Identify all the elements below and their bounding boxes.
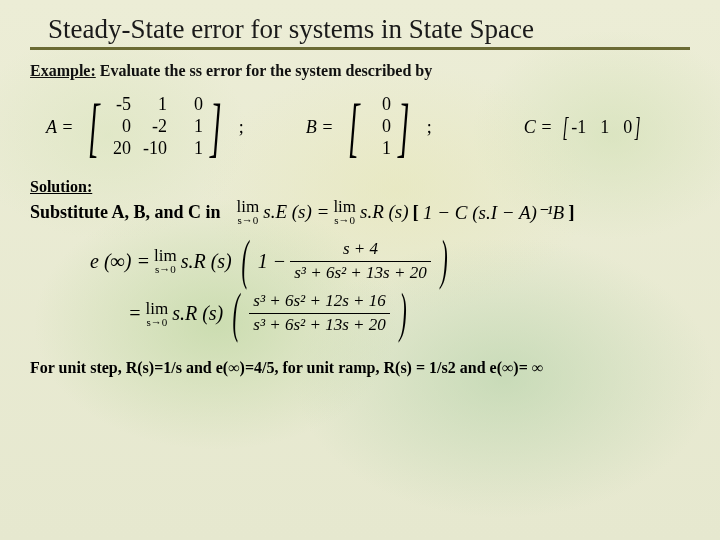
eq-row-1: e (∞) = lim s→0 s.R (s) ( 1 − s + 4 s³ +… <box>90 240 453 282</box>
bracket-right: ] <box>210 101 222 154</box>
lim-sub: s→0 <box>155 264 176 275</box>
rhs-pre: s.R (s) <box>360 201 409 223</box>
solution-label: Solution: <box>30 178 92 195</box>
bracket-right: ] <box>398 101 410 154</box>
A-22: 1 <box>179 138 203 160</box>
big-paren-l: ( <box>241 242 248 280</box>
B-0: 0 <box>367 94 391 116</box>
lim-2: lim s→0 <box>333 198 356 226</box>
B-label: B = <box>306 117 334 138</box>
B-2: 1 <box>367 138 391 160</box>
lim-3: lim s→0 <box>154 247 177 275</box>
eq2-num: s³ + 6s² + 12s + 16 <box>249 292 389 311</box>
main-formula: lim s→0 s.E (s) = lim s→0 s.R (s) [ 1 − … <box>237 198 575 226</box>
inner: 1 − C (s.I − A)⁻¹B <box>423 201 564 224</box>
A-12: 1 <box>179 116 203 138</box>
lim-text: lim <box>333 198 356 215</box>
eq2-pre: s.R (s) <box>172 302 223 325</box>
C-0: -1 <box>571 117 586 138</box>
A-20: 20 <box>107 138 131 160</box>
matrices-row: A = [ -5 1 0 0 -2 1 20 -10 1 ] ; B = [ 0… <box>46 94 690 160</box>
lim-text: lim <box>154 247 177 264</box>
br-open: [ <box>413 201 419 223</box>
final-line: For unit step, R(s)=1/s and e(∞)=4/5, fo… <box>30 359 690 377</box>
example-line: Example: Evaluate the ss error for the s… <box>30 62 690 80</box>
lim-4: lim s→0 <box>146 300 169 328</box>
lim-sub: s→0 <box>238 215 259 226</box>
lim-1: lim s→0 <box>237 198 260 226</box>
lim-sub: s→0 <box>334 215 355 226</box>
lim-sub: s→0 <box>146 317 167 328</box>
matrix-B: [ 0 0 1 ] <box>341 94 416 160</box>
bracket-left: [ <box>348 101 360 154</box>
matrix-C: [ -1 1 0 ] <box>560 111 643 143</box>
eq1-num: s + 4 <box>339 240 382 259</box>
bracket-right: ] <box>635 111 641 143</box>
A-11: -2 <box>143 116 167 138</box>
substitute-text: Substitute A, B, and C in <box>30 202 221 223</box>
title-rule <box>30 47 690 50</box>
A-01: 1 <box>143 94 167 116</box>
eq1-one: 1 − <box>258 250 287 273</box>
big-paren-r: ) <box>440 242 447 280</box>
bracket-left: [ <box>88 101 100 154</box>
slide-title: Steady-State error for systems in State … <box>48 14 690 45</box>
eq1-frac: s + 4 s³ + 6s² + 13s + 20 <box>290 240 430 282</box>
semicolon-2: ; <box>427 117 432 138</box>
example-label: Example: <box>30 62 96 79</box>
big-paren-r: ) <box>399 295 406 333</box>
eq2-eq: = <box>128 302 142 325</box>
matrix-A: [ -5 1 0 0 -2 1 20 -10 1 ] <box>81 94 228 160</box>
lim-text: lim <box>237 198 260 215</box>
derivation: e (∞) = lim s→0 s.R (s) ( 1 − s + 4 s³ +… <box>90 240 690 335</box>
eq1-pre: s.R (s) <box>181 250 232 273</box>
A-label: A = <box>46 117 73 138</box>
eq2-frac: s³ + 6s² + 12s + 16 s³ + 6s² + 13s + 20 <box>249 292 389 334</box>
solution-line: Solution: <box>30 178 690 196</box>
example-text: Evaluate the ss error for the system des… <box>96 62 432 79</box>
substitute-row: Substitute A, B, and C in lim s→0 s.E (s… <box>30 198 690 226</box>
lim-text: lim <box>146 300 169 317</box>
A-21: -10 <box>143 138 167 160</box>
bracket-left: [ <box>563 111 569 143</box>
eq1-lhs: e (∞) = <box>90 250 150 273</box>
slide: Steady-State error for systems in State … <box>0 0 720 540</box>
lhs: s.E (s) = <box>263 201 329 223</box>
C-1: 1 <box>600 117 609 138</box>
B-1: 0 <box>367 116 391 138</box>
A-00: -5 <box>107 94 131 116</box>
br-close: ] <box>568 201 574 223</box>
A-02: 0 <box>179 94 203 116</box>
C-label: C = <box>524 117 553 138</box>
eq1-den: s³ + 6s² + 13s + 20 <box>290 264 430 283</box>
A-10: 0 <box>107 116 131 138</box>
C-2: 0 <box>623 117 632 138</box>
big-paren-l: ( <box>233 295 240 333</box>
eq2-den: s³ + 6s² + 13s + 20 <box>249 316 389 335</box>
semicolon-1: ; <box>239 117 244 138</box>
eq-row-2: = lim s→0 s.R (s) ( s³ + 6s² + 12s + 16 … <box>128 292 412 334</box>
